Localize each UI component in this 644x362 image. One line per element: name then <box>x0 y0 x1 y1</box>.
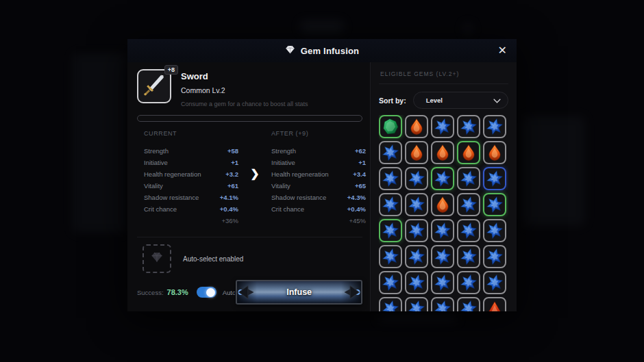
stat-value: +0.4% <box>220 205 238 213</box>
sort-row: Sort by: Level <box>379 92 508 109</box>
orange-gem-slot[interactable] <box>457 141 480 164</box>
red-gem-slot[interactable] <box>483 297 506 311</box>
blue-gem-slot[interactable] <box>431 115 454 138</box>
stat-value: +65 <box>355 182 366 190</box>
blue-gem-slot[interactable] <box>431 297 454 311</box>
item-description: Consume a gem for a chance to boost all … <box>181 101 308 107</box>
stat-row: Vitality+65 <box>271 180 366 192</box>
stat-row: Vitality+61 <box>144 180 238 192</box>
item-icon: +8 <box>137 69 171 103</box>
sort-dropdown[interactable]: Level <box>413 92 508 109</box>
stat-row: Crit chance+0.4% <box>271 203 366 215</box>
stat-label: Strength <box>144 147 169 155</box>
stat-row: Health regeneration+3.2 <box>144 168 238 180</box>
stat-row: Health regeneration+3.4 <box>271 168 366 180</box>
dimmed-background-panel <box>522 116 585 226</box>
stat-label: Initiative <box>144 159 168 166</box>
blue-gem-slot[interactable] <box>379 297 402 311</box>
stat-value: +4.3% <box>347 194 366 201</box>
eligible-gems-panel: ELIGIBLE GEMS (LV.2+) Sort by: Level <box>370 62 517 311</box>
stats-current-rows: Strength+58Initiative+1Health regenerati… <box>144 145 238 215</box>
stat-value: +1 <box>358 159 366 166</box>
stat-value: +62 <box>355 147 366 155</box>
item-rarity: Common Lv.2 <box>181 86 308 94</box>
stat-value: +3.2 <box>225 170 238 178</box>
stat-row: Initiative+1 <box>144 157 238 168</box>
blue-gem-slot[interactable] <box>457 297 480 311</box>
stat-row: Shadow resistance+4.1% <box>144 192 238 203</box>
orange-gem-slot[interactable] <box>405 141 428 164</box>
stat-value: +3.4 <box>353 170 366 178</box>
blue-gem-slot[interactable] <box>379 193 402 216</box>
stat-value: +1 <box>231 159 238 166</box>
blue-gem-slot[interactable] <box>405 193 428 216</box>
stat-label: Shadow resistance <box>144 194 199 201</box>
toggle-knob <box>206 288 215 297</box>
blue-gem-slot[interactable] <box>483 193 506 216</box>
infusion-footer: Success: 78.3% Auto Infuse <box>137 280 366 305</box>
stat-row: Initiative+1 <box>271 157 366 168</box>
close-button[interactable]: ✕ <box>496 43 509 58</box>
gem-infusion-dialog: Gem Infusion ✕ <box>127 39 517 311</box>
blue-gem-slot[interactable] <box>405 271 428 294</box>
stat-label: Health regeneration <box>144 170 201 178</box>
blue-gem-slot[interactable] <box>379 271 402 294</box>
section-divider <box>137 237 362 237</box>
auto-select-slot[interactable] <box>143 244 171 273</box>
blue-gem-slot[interactable] <box>379 245 402 268</box>
sword-icon <box>141 72 167 101</box>
blue-gem-slot[interactable] <box>457 167 480 190</box>
blue-gem-slot[interactable] <box>483 115 506 138</box>
blue-gem-slot[interactable] <box>483 271 506 294</box>
orange-gem-slot[interactable] <box>405 115 428 138</box>
item-header: +8 Sword Common Lv.2 Consume a gem for a… <box>137 69 366 107</box>
stat-row: Shadow resistance+4.3% <box>271 192 366 203</box>
dialog-title: Gem Infusion <box>285 44 359 57</box>
game-screen: Gem Infusion ✕ <box>0 0 644 362</box>
gem-grid <box>379 115 508 311</box>
stats-comparison: CURRENT Strength+58Initiative+1Health re… <box>137 130 366 229</box>
blue-gem-slot[interactable] <box>457 115 480 138</box>
stat-row: Strength+58 <box>144 145 238 157</box>
eligible-gems-header: ELIGIBLE GEMS (LV.2+) <box>379 68 508 84</box>
stat-row: Crit chance+0.4% <box>144 203 238 215</box>
infuse-button-label: Infuse <box>286 287 312 297</box>
blue-gem-slot[interactable] <box>457 245 480 268</box>
auto-select-row: Auto-select enabled <box>137 244 366 273</box>
green-gem-slot[interactable] <box>379 115 402 138</box>
dimmed-background-sidebar <box>73 53 127 233</box>
blue-gem-slot[interactable] <box>457 193 480 216</box>
chevron-down-icon <box>493 95 501 105</box>
orange-gem-slot[interactable] <box>483 141 506 164</box>
blue-gem-slot[interactable] <box>457 219 480 242</box>
item-info: Sword Common Lv.2 Consume a gem for a ch… <box>181 69 308 107</box>
infuse-button[interactable]: Infuse <box>236 280 362 305</box>
blue-gem-slot[interactable] <box>405 219 428 242</box>
blue-gem-slot[interactable] <box>379 141 402 164</box>
stat-label: Health regeneration <box>271 170 328 178</box>
blue-gem-slot[interactable] <box>379 219 402 242</box>
blue-gem-slot[interactable] <box>483 219 506 242</box>
blue-gem-slot[interactable] <box>405 167 428 190</box>
stats-current-column: CURRENT Strength+58Initiative+1Health re… <box>144 130 238 229</box>
success-value: 78.3% <box>167 288 188 296</box>
item-name: Sword <box>181 71 308 81</box>
blue-gem-slot[interactable] <box>483 167 506 190</box>
blue-gem-slot[interactable] <box>431 245 454 268</box>
blue-gem-slot[interactable] <box>457 271 480 294</box>
blue-gem-slot[interactable] <box>405 245 428 268</box>
stat-value: +61 <box>227 182 238 190</box>
orange-gem-slot[interactable] <box>431 141 454 164</box>
blue-gem-slot[interactable] <box>431 219 454 242</box>
item-panel: +8 Sword Common Lv.2 Consume a gem for a… <box>127 62 370 311</box>
blue-gem-slot[interactable] <box>431 271 454 294</box>
blue-gem-slot[interactable] <box>431 167 454 190</box>
blue-gem-slot[interactable] <box>379 167 402 190</box>
stat-value: +58 <box>227 147 238 155</box>
gem-icon <box>285 44 295 57</box>
auto-toggle[interactable] <box>197 287 216 298</box>
blue-gem-slot[interactable] <box>483 245 506 268</box>
orange-gem-slot[interactable] <box>431 193 454 216</box>
blue-gem-slot[interactable] <box>405 297 428 311</box>
stat-label: Shadow resistance <box>271 194 326 201</box>
